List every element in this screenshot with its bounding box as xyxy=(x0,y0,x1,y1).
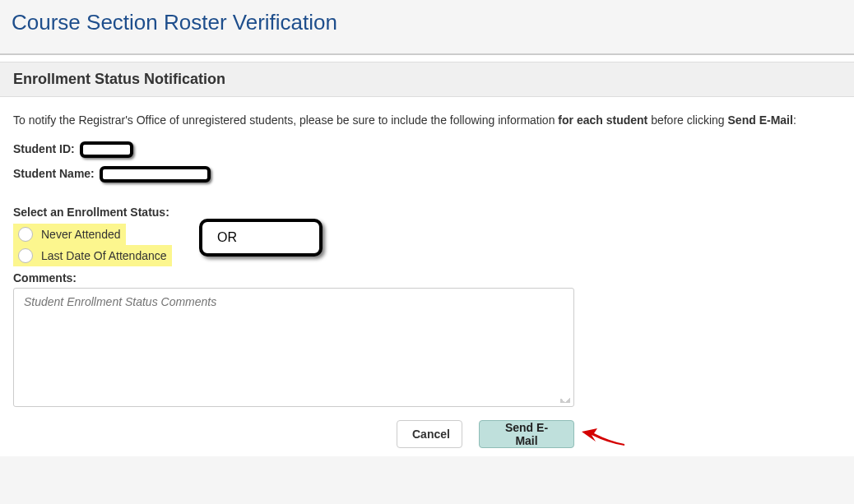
radio-last-label: Last Date Of Attendance xyxy=(41,249,167,262)
radio-never-attended[interactable]: Never Attended xyxy=(13,224,126,245)
student-name-row: Student Name: xyxy=(13,166,841,183)
instruction-prefix: To notify the Registrar's Office of unre… xyxy=(13,113,558,127)
enrollment-panel: Enrollment Status Notification To notify… xyxy=(0,62,854,456)
arrow-annotation xyxy=(579,417,629,450)
arrow-icon xyxy=(579,417,629,450)
panel-body: To notify the Registrar's Office of unre… xyxy=(0,97,854,456)
student-id-row: Student ID: xyxy=(13,141,841,158)
enrollment-section-label: Select an Enrollment Status: xyxy=(13,206,841,219)
student-name-redaction xyxy=(100,166,211,183)
panel-title: Enrollment Status Notification xyxy=(13,71,841,88)
instruction-colon: : xyxy=(793,113,796,127)
instruction-text: To notify the Registrar's Office of unre… xyxy=(13,113,841,127)
instruction-middle: before clicking xyxy=(647,113,727,127)
radio-icon xyxy=(18,227,33,242)
comments-textarea[interactable] xyxy=(13,288,574,407)
or-text: OR xyxy=(217,230,237,244)
student-name-label: Student Name: xyxy=(13,167,95,180)
page-header: Course Section Roster Verification xyxy=(0,0,854,53)
instruction-bold-send: Send E-Mail xyxy=(728,113,793,127)
page-title: Course Section Roster Verification xyxy=(12,10,842,35)
panel-header: Enrollment Status Notification xyxy=(0,62,854,97)
send-email-button[interactable]: Send E-Mail xyxy=(479,420,574,448)
radio-icon xyxy=(18,248,33,263)
comments-label: Comments: xyxy=(13,271,841,284)
or-callout: OR xyxy=(199,219,323,257)
enrollment-radio-group: Never Attended Last Date Of Attendance O… xyxy=(13,224,841,266)
main-container: Enrollment Status Notification To notify… xyxy=(0,53,854,456)
student-id-label: Student ID: xyxy=(13,142,75,155)
button-row: Cancel Send E-Mail xyxy=(13,420,574,448)
cancel-button[interactable]: Cancel xyxy=(397,420,462,448)
radio-last-date[interactable]: Last Date Of Attendance xyxy=(13,245,172,266)
radio-never-label: Never Attended xyxy=(41,228,121,241)
instruction-bold-each: for each student xyxy=(558,113,647,127)
student-id-redaction xyxy=(80,141,133,158)
